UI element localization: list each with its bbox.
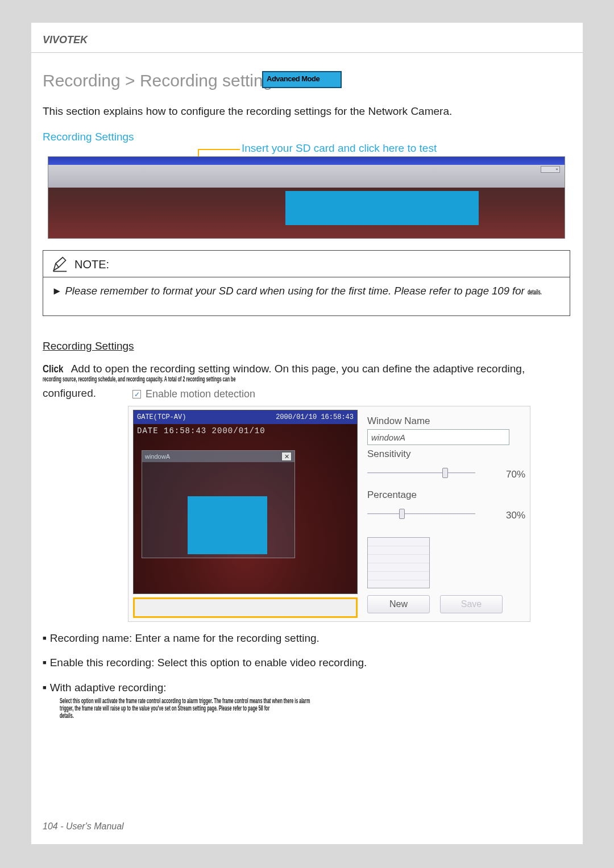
brand: VIVOTEK	[43, 34, 88, 46]
sensitivity-track	[367, 472, 475, 474]
motion-indicator-bar	[133, 597, 358, 618]
note-title: NOTE:	[74, 258, 109, 271]
sd-card-callout: Insert your SD card and click here to te…	[242, 142, 437, 155]
motion-buttons: New Save	[367, 595, 503, 613]
titlebar-right: 2000/01/10 16:58:43	[276, 413, 354, 421]
motion-window-label: windowA	[145, 453, 170, 460]
save-button[interactable]: Save	[440, 595, 503, 613]
page-footer: 104 - User's Manual	[43, 821, 124, 832]
window-name-label: Window Name	[367, 416, 525, 427]
motion-video-titlebar: GATE(TCP-AV) 2000/01/10 16:58:43	[134, 410, 357, 424]
note-box: NOTE: ► Please remember to format your S…	[43, 250, 570, 316]
note-body-tail: details.	[528, 287, 542, 297]
recording-settings-underline: Recording Settings	[43, 340, 134, 352]
percentage-value: 30%	[506, 510, 525, 521]
motion-video-area: GATE(TCP-AV) 2000/01/10 16:58:43 DATE 16…	[133, 410, 358, 594]
enable-motion-label: Enable motion detection	[146, 388, 255, 400]
window-titlebar	[48, 157, 565, 165]
motion-window-fill	[188, 496, 267, 554]
click-add-tail: recording source, recording schedule, an…	[43, 375, 333, 383]
new-button[interactable]: New	[367, 595, 430, 613]
configured-word: configured.	[43, 387, 96, 400]
callout-leader-h	[198, 149, 240, 150]
close-icon[interactable]: ✕	[281, 452, 292, 461]
recording-settings-screenshot: ×	[48, 156, 565, 239]
bullet-adaptive-recording: ■With adaptive recording:	[43, 679, 570, 696]
motion-window[interactable]: windowA ✕	[142, 450, 295, 558]
sensitivity-slider[interactable]: 70%	[367, 463, 525, 486]
motion-detection-screenshot: ✓ Enable motion detection GATE(TCP-AV) 2…	[128, 387, 534, 622]
recording-settings-subhead: Recording Settings	[43, 131, 134, 143]
motion-side-panel: Window Name Sensitivity 70% Percentage 3…	[367, 412, 525, 527]
overlay-tooltip	[285, 191, 479, 225]
note-header: NOTE:	[43, 251, 570, 277]
note-body-text: Please remember to format your SD card w…	[65, 285, 524, 297]
manual-page: VIVOTEK Recording > Recording settings A…	[31, 23, 583, 844]
page-title: Recording > Recording settings	[43, 71, 281, 90]
enable-motion-row[interactable]: ✓ Enable motion detection	[128, 387, 534, 406]
video-osd-text: DATE 16:58:43 2000/01/10	[134, 424, 357, 438]
sensitivity-label: Sensitivity	[367, 448, 525, 460]
adaptive-sub-text: Select this option will activate the fra…	[60, 697, 570, 719]
bullet-enable-recording: ■Enable this recording: Select this opti…	[43, 654, 570, 671]
click-word: Click	[43, 363, 63, 375]
close-icon[interactable]: ×	[541, 166, 560, 173]
motion-panel: GATE(TCP-AV) 2000/01/10 16:58:43 DATE 16…	[128, 406, 530, 622]
header-rule	[31, 52, 583, 53]
note-body: ► Please remember to format your SD card…	[52, 284, 561, 298]
mode-badge: Advanced Mode	[262, 71, 342, 88]
percentage-track	[367, 513, 475, 514]
percentage-thumb[interactable]	[399, 509, 405, 519]
pencil-icon	[52, 256, 68, 272]
sensitivity-thumb[interactable]	[442, 468, 448, 478]
bullet-list: ■Recording name: Enter a name for the re…	[43, 630, 570, 719]
percentage-label: Percentage	[367, 489, 525, 501]
bullet-recording-name: ■Recording name: Enter a name for the re…	[43, 630, 570, 646]
click-add-rest: to open the recording setting window. On…	[93, 363, 525, 375]
motion-window-header[interactable]: windowA ✕	[142, 451, 294, 462]
sensitivity-value: 70%	[506, 469, 525, 480]
percentage-slider[interactable]: 30%	[367, 504, 525, 527]
video-sky-area	[48, 165, 565, 188]
motion-window-list[interactable]	[367, 537, 430, 588]
titlebar-left: GATE(TCP-AV)	[137, 413, 186, 421]
click-add-paragraph: Click Add to open the recording setting …	[43, 363, 570, 383]
note-arrow-icon: ►	[52, 285, 65, 297]
window-name-input[interactable]	[367, 429, 509, 445]
add-word: Add	[71, 363, 90, 375]
intro-text: This section explains how to configure t…	[43, 105, 452, 118]
enable-motion-checkbox[interactable]: ✓	[132, 390, 141, 398]
